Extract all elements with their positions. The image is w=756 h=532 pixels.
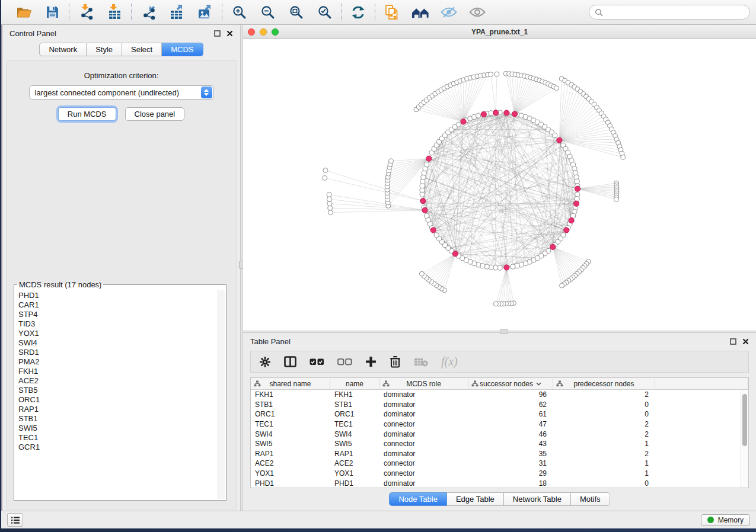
mcds-result-item[interactable]: STB1	[18, 414, 217, 424]
table-row[interactable]: YOX1YOX1connector291	[251, 469, 748, 479]
window-maximize-button[interactable]	[272, 28, 279, 36]
column-header-predecessor-nodes[interactable]: predecessor nodes	[553, 378, 655, 389]
cell-mcds-role: dominator	[379, 429, 468, 439]
window-minimize-button[interactable]	[260, 28, 267, 36]
mcds-result-title: MCDS result (17 nodes)	[17, 280, 103, 289]
select-all-icon	[310, 358, 324, 366]
cell-predecessor-nodes: 2	[553, 429, 655, 439]
mcds-result-item[interactable]: FKH1	[18, 367, 217, 376]
refresh-view-button[interactable]	[349, 4, 367, 21]
cell-name: TEC1	[330, 419, 379, 430]
hide-selected-button[interactable]	[440, 4, 458, 21]
tab-network[interactable]: Network	[39, 43, 87, 56]
cell-predecessor-nodes: 2	[553, 449, 655, 459]
tab-style[interactable]: Style	[87, 43, 122, 56]
mcds-result-item[interactable]: CAR1	[18, 300, 217, 310]
mcds-result-item[interactable]: STB5	[18, 386, 217, 395]
save-icon	[46, 5, 59, 19]
column-header-shared-name[interactable]: shared name	[251, 378, 330, 389]
tab-edge-table[interactable]: Edge Table	[447, 492, 504, 506]
search-input[interactable]	[607, 8, 744, 17]
table-row[interactable]: ACE2ACE2connector311	[251, 459, 748, 469]
table-row[interactable]: PHD1PHD1dominator180	[251, 478, 748, 488]
zoom-out-button[interactable]	[259, 4, 276, 21]
tab-network-table[interactable]: Network Table	[504, 492, 571, 506]
tab-node-table[interactable]: Node Table	[389, 492, 447, 506]
table-panel-header: Table Panel	[243, 333, 756, 350]
cell-mcds-role: dominator	[379, 409, 468, 419]
table-scrollbar[interactable]	[741, 390, 748, 488]
network-window-titlebar[interactable]: YPA_prune.txt_1	[243, 25, 756, 39]
network-graph[interactable]	[243, 39, 756, 331]
mcds-result-item[interactable]: PMA2	[18, 357, 217, 367]
scrollbar-thumb[interactable]	[742, 394, 747, 446]
table-settings-button[interactable]	[259, 356, 271, 368]
mcds-result-item[interactable]: PHD1	[18, 291, 217, 300]
first-neighbors-button[interactable]	[412, 4, 429, 21]
table-row[interactable]: SWI4SWI4dominator462	[251, 429, 748, 439]
run-mcds-button[interactable]: Run MCDS	[58, 107, 116, 121]
tab-motifs[interactable]: Motifs	[571, 492, 610, 506]
table-row[interactable]: SWI5SWI5connector431	[251, 439, 748, 449]
table-row[interactable]: STB1STB1dominator620	[251, 400, 748, 410]
task-history-button[interactable]	[7, 513, 23, 527]
zoom-in-button[interactable]	[230, 4, 248, 21]
cell-name: RAP1	[330, 449, 379, 459]
table-row[interactable]: ORC1ORC1dominator610	[251, 409, 748, 419]
duplicate-network-button[interactable]	[383, 4, 401, 21]
add-column-button[interactable]	[365, 356, 377, 367]
table-row[interactable]: FKH1FKH1dominator962	[251, 390, 748, 400]
import-network-button[interactable]	[77, 4, 95, 21]
mcds-result-item[interactable]: GCR1	[18, 443, 217, 452]
criterion-select[interactable]: largest connected component (undirected)	[29, 85, 214, 100]
close-panel-icon[interactable]	[227, 30, 233, 37]
mcds-result-item[interactable]: SRD1	[18, 348, 217, 357]
import-table-button[interactable]	[106, 4, 123, 21]
mcds-list-scrollbar[interactable]	[218, 290, 225, 499]
mcds-result-item[interactable]: YOX1	[18, 329, 217, 338]
horizontal-splitter[interactable]	[243, 331, 756, 333]
mcds-result-item[interactable]: SWI4	[18, 338, 217, 348]
mcds-result-item[interactable]: TEC1	[18, 433, 217, 443]
mcds-result-item[interactable]: STP4	[18, 310, 217, 319]
export-image-button[interactable]	[196, 4, 214, 21]
tab-mcds[interactable]: MCDS	[162, 43, 203, 56]
close-panel-button[interactable]: Close panel	[125, 107, 185, 121]
mcds-result-item[interactable]: ORC1	[18, 395, 217, 405]
mcds-result-item[interactable]: TID3	[18, 319, 217, 329]
cell-mcds-role: connector	[379, 469, 468, 479]
control-panel-header: Control Panel	[2, 25, 240, 41]
table-row[interactable]: TEC1TEC1connector472	[251, 419, 748, 430]
export-table-button[interactable]	[168, 4, 186, 21]
search-box[interactable]	[589, 5, 750, 20]
export-network-button[interactable]	[139, 4, 157, 21]
open-file-button[interactable]	[15, 4, 33, 21]
export-network-icon	[141, 4, 157, 20]
splitter-grip[interactable]	[500, 329, 508, 334]
column-header-mcds-role[interactable]: MCDS role	[379, 378, 468, 389]
zoom-fit-button[interactable]	[287, 4, 305, 21]
network-canvas[interactable]	[243, 39, 756, 331]
clear-selection-button[interactable]	[337, 358, 352, 366]
show-columns-button[interactable]	[284, 356, 296, 367]
window-close-button[interactable]	[248, 28, 255, 36]
delete-column-button[interactable]	[390, 355, 401, 368]
mcds-result-item[interactable]: SWI5	[18, 424, 217, 433]
save-session-button[interactable]	[43, 4, 61, 21]
memory-button[interactable]: Memory	[701, 514, 750, 526]
column-header-name[interactable]: name	[330, 378, 379, 389]
column-header-successor-nodes[interactable]: successor nodes	[468, 378, 553, 389]
mcds-result-item[interactable]: RAP1	[18, 405, 217, 414]
table-row[interactable]: RAP1RAP1dominator352	[251, 449, 748, 459]
tab-select[interactable]: Select	[122, 43, 162, 56]
function-builder-button[interactable]: f(x)	[441, 355, 458, 368]
show-all-button[interactable]	[468, 4, 486, 21]
float-panel-icon[interactable]	[214, 30, 221, 37]
mcds-result-list[interactable]: PHD1CAR1STP4TID3YOX1SWI4SRD1PMA2FKH1ACE2…	[15, 290, 217, 499]
float-panel-icon[interactable]	[730, 338, 736, 345]
zoom-selected-button[interactable]	[315, 4, 333, 21]
delete-table-button[interactable]	[414, 357, 428, 367]
mcds-result-item[interactable]: ACE2	[18, 376, 217, 386]
select-all-button[interactable]	[310, 358, 324, 366]
close-panel-icon[interactable]	[742, 338, 749, 345]
